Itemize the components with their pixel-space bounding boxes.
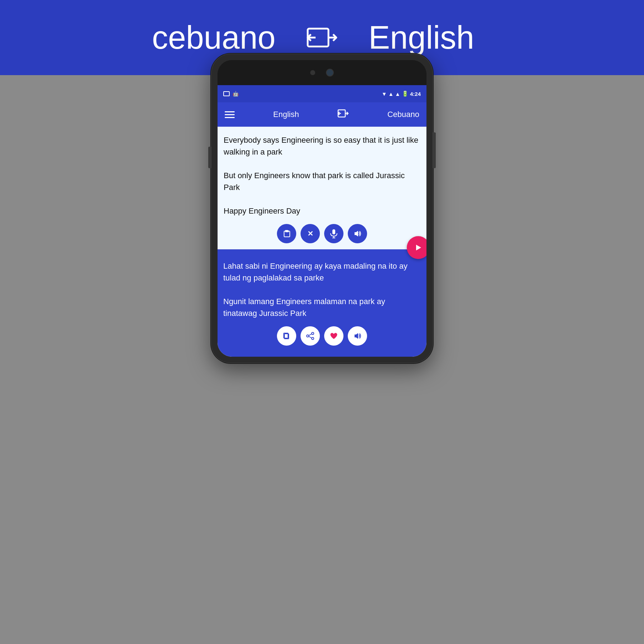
output-text-content: Lahat sabi ni Engineering ay kaya madali… [223, 260, 421, 319]
output-line-1: Lahat sabi ni Engineering ay kaya madali… [223, 262, 408, 282]
phone-screen: 🤖 ▼ ▲ ▲ 🔋 4:24 [218, 85, 426, 357]
camera-area [218, 60, 426, 85]
speaker-input-button[interactable] [348, 224, 367, 243]
notification-icon [223, 91, 230, 96]
clear-button[interactable]: ✕ [301, 224, 320, 243]
banner-swap-icon[interactable] [297, 25, 347, 50]
output-action-buttons [223, 326, 421, 346]
mic-button[interactable] [324, 224, 343, 243]
svg-point-18 [312, 337, 314, 340]
svg-point-17 [312, 332, 314, 335]
clipboard-button[interactable] [277, 224, 296, 243]
toolbar-source-language[interactable]: English [273, 110, 299, 119]
input-line-2: But only Engineers know that park is cal… [224, 171, 405, 192]
app-toolbar: English Cebuano [218, 102, 426, 127]
output-line-2: Ngunit lamang Engineers malaman na park … [223, 297, 385, 318]
svg-marker-14 [416, 245, 421, 250]
signal-icon-1: ▲ [388, 91, 394, 97]
favorite-button[interactable] [324, 326, 343, 346]
toolbar-target-language[interactable]: Cebuano [387, 110, 419, 119]
android-icon: 🤖 [233, 91, 239, 97]
svg-line-21 [309, 336, 312, 338]
front-camera-lens [326, 69, 334, 77]
output-section: Lahat sabi ni Engineering ay kaya madali… [218, 249, 426, 357]
status-icons-right: ▼ ▲ ▲ 🔋 4:24 [381, 91, 421, 97]
speaker-output-button[interactable] [348, 326, 367, 346]
status-icons-left: 🤖 [223, 91, 239, 97]
side-button-right [433, 132, 436, 168]
input-action-buttons: ✕ [224, 224, 420, 243]
svg-point-19 [307, 335, 309, 337]
time-display: 4:24 [410, 91, 421, 97]
status-bar: 🤖 ▼ ▲ ▲ 🔋 4:24 [218, 85, 426, 102]
signal-icon-2: ▲ [395, 91, 400, 97]
side-button-left [208, 147, 211, 168]
svg-marker-22 [355, 333, 358, 339]
banner-source-language[interactable]: cebuano [0, 19, 297, 56]
toolbar-swap-button[interactable] [337, 108, 349, 121]
front-camera-dot [310, 70, 315, 75]
svg-line-20 [309, 334, 312, 336]
banner-target-language[interactable]: English [347, 19, 644, 56]
wifi-icon: ▼ [381, 91, 387, 97]
copy-output-button[interactable] [277, 326, 296, 346]
clear-icon: ✕ [307, 230, 313, 237]
svg-marker-13 [355, 231, 358, 236]
input-line-1: Everybody says Engineering is so easy th… [224, 136, 418, 156]
battery-icon: 🔋 [402, 91, 409, 97]
hamburger-menu-button[interactable] [225, 111, 235, 118]
svg-rect-10 [332, 229, 335, 234]
phone-mockup: 🤖 ▼ ▲ ▲ 🔋 4:24 [211, 54, 433, 363]
input-section: Everybody says Engineering is so easy th… [218, 127, 426, 249]
input-text-content[interactable]: Everybody says Engineering is so easy th… [224, 134, 420, 217]
svg-rect-9 [285, 230, 288, 231]
input-line-3: Happy Engineers Day [224, 206, 300, 215]
translate-button[interactable] [407, 236, 426, 259]
share-button[interactable] [301, 326, 320, 346]
